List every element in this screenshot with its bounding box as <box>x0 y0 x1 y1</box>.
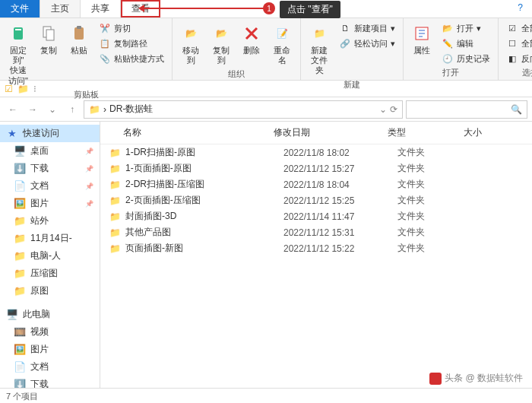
nav-up-button[interactable]: ↑ <box>64 101 81 118</box>
sidebar-item[interactable]: 🖼️图片 <box>0 195 100 212</box>
sidebar-item[interactable]: 📄文档 <box>0 358 100 376</box>
open-button[interactable]: 📂打开 ▾ <box>439 21 493 35</box>
sidebar-quick-access[interactable]: ★快速访问 <box>0 125 100 142</box>
search-icon: 🔍 <box>511 104 522 115</box>
star-icon: ★ <box>6 128 18 139</box>
col-name[interactable]: 名称 <box>100 125 268 141</box>
new-folder-button[interactable]: 📁新建 文件夹 <box>306 21 333 78</box>
item-icon: 🖥️ <box>14 145 26 157</box>
folder-icon: 📁 <box>109 243 121 254</box>
folder-icon: 📁 <box>89 104 100 115</box>
history-button[interactable]: 🕘历史记录 <box>439 52 493 65</box>
search-input[interactable]: 🔍 <box>406 100 527 119</box>
invert-selection-button[interactable]: ◧反向选择 <box>503 52 532 65</box>
pin-label: 固定到" 快速访问" <box>8 46 29 86</box>
sidebar-item[interactable]: 📁站外 <box>0 212 100 230</box>
nav-forward-button[interactable]: → <box>24 101 41 118</box>
item-icon: ⬇️ <box>14 379 26 388</box>
select-all-button[interactable]: ☑全部选择 <box>503 21 532 35</box>
sidebar-item[interactable]: 📁压缩图 <box>0 265 100 282</box>
properties-button[interactable]: 属性 <box>408 21 435 57</box>
paste-button[interactable]: 粘贴 <box>65 21 93 57</box>
file-list: 名称 修改日期 类型 大小 📁1-DR扫描图-原图2022/11/8 18:02… <box>100 122 532 388</box>
svg-rect-5 <box>77 26 81 29</box>
sidebar-item[interactable]: 🖥️桌面 <box>0 142 100 160</box>
address-bar[interactable]: 📁 › DR-数据蛙 ⌄ ⟳ <box>84 100 403 119</box>
newitem-icon: 🗋 <box>339 22 351 34</box>
sidebar-item[interactable]: 📄文档 <box>0 177 100 195</box>
copy-path-button[interactable]: 📋复制路径 <box>96 36 167 50</box>
watermark: 头条 @ 数据蛙软件 <box>429 372 523 385</box>
easy-access-button[interactable]: 🔗轻松访问 ▾ <box>336 36 398 50</box>
copyto-button[interactable]: 📂复制到 <box>207 21 235 67</box>
item-icon: 🖼️ <box>14 344 26 355</box>
refresh-button[interactable]: ⟳ <box>390 104 397 115</box>
item-icon: ⬇️ <box>14 163 26 174</box>
item-icon: 📁 <box>14 250 26 262</box>
cut-button[interactable]: ✂️剪切 <box>96 21 167 35</box>
address-bar-row: ← → ⌄ ↑ 📁 › DR-数据蛙 ⌄ ⟳ 🔍 <box>0 97 532 122</box>
select-none-button[interactable]: ☐全部取消 <box>503 36 532 50</box>
sidebar: ★快速访问 🖥️桌面⬇️下载📄文档🖼️图片📁站外📁11月14日-📁电脑-人📁压缩… <box>0 122 100 388</box>
tab-file[interactable]: 文件 <box>0 0 40 17</box>
item-icon: 📄 <box>14 180 26 192</box>
col-date[interactable]: 修改日期 <box>268 125 382 141</box>
help-icon[interactable]: ? <box>508 0 532 17</box>
sidebar-this-pc[interactable]: 🖥️此电脑 <box>0 306 100 323</box>
delete-button[interactable]: 删除 <box>238 21 265 57</box>
new-group-label: 新建 <box>306 78 398 92</box>
table-row[interactable]: 📁封面插图-3D2022/11/14 11:47文件夹 <box>100 208 532 224</box>
pin-icon <box>8 23 29 44</box>
tab-home[interactable]: 主页 <box>40 0 81 17</box>
table-row[interactable]: 📁2-DR扫描图-压缩图2022/11/8 18:04文件夹 <box>100 176 532 192</box>
breadcrumb-path[interactable]: DR-数据蛙 <box>109 103 153 116</box>
ribbon: 固定到" 快速访问" 复制 粘贴 ✂️剪切 📋复制路径 📎粘贴快捷方式 剪贴板 … <box>0 18 532 81</box>
organize-group-label: 组织 <box>177 67 296 81</box>
table-row[interactable]: 📁2-页面插图-压缩图2022/11/12 15:25文件夹 <box>100 192 532 208</box>
table-row[interactable]: 📁1-页面插图-原图2022/11/12 15:27文件夹 <box>100 160 532 176</box>
sidebar-item[interactable]: 🎞️视频 <box>0 323 100 341</box>
folder-icon: 📁 <box>109 148 121 158</box>
annotation-badge: 1 <box>263 2 275 14</box>
item-icon: 🎞️ <box>14 326 26 338</box>
select-group-label: 选择 <box>503 65 532 80</box>
edit-icon: ✏️ <box>442 37 454 49</box>
folder-icon[interactable]: 📁 <box>17 84 29 94</box>
invert-icon: ◧ <box>506 52 518 65</box>
history-icon: 🕘 <box>442 52 454 65</box>
folder-icon: 📁 <box>109 163 121 174</box>
sidebar-item[interactable]: ⬇️下载 <box>0 376 100 388</box>
new-item-button[interactable]: 🗋新建项目 ▾ <box>336 21 398 35</box>
copy-button[interactable]: 复制 <box>35 21 62 57</box>
sidebar-item[interactable]: 📁原图 <box>0 282 100 300</box>
breadcrumb-segment[interactable]: › <box>103 104 106 115</box>
checkbox-icon[interactable]: ☑ <box>5 84 13 94</box>
paste-shortcut-button[interactable]: 📎粘贴快捷方式 <box>96 52 167 65</box>
folder-icon: 📁 <box>109 211 121 222</box>
moveto-button[interactable]: 📂移动到 <box>177 21 204 67</box>
nav-recent-button[interactable]: ⌄ <box>44 101 61 118</box>
sidebar-item[interactable]: 📁11月14日- <box>0 230 100 247</box>
nav-back-button[interactable]: ← <box>5 101 21 118</box>
tab-share[interactable]: 共享 <box>81 0 121 17</box>
ribbon-group-new: 📁新建 文件夹 🗋新建项目 ▾ 🔗轻松访问 ▾ 新建 <box>301 18 404 80</box>
cut-icon: ✂️ <box>99 22 111 34</box>
addr-dropdown[interactable]: ⌄ <box>379 104 387 115</box>
sidebar-item[interactable]: 🖼️图片 <box>0 341 100 358</box>
easyaccess-icon: 🔗 <box>339 37 351 49</box>
edit-button[interactable]: ✏️编辑 <box>439 36 493 50</box>
col-size[interactable]: 大小 <box>458 125 532 141</box>
main-area: ★快速访问 🖥️桌面⬇️下载📄文档🖼️图片📁站外📁11月14日-📁电脑-人📁压缩… <box>0 122 532 388</box>
table-row[interactable]: 📁1-DR扫描图-原图2022/11/8 18:02文件夹 <box>100 144 532 160</box>
sidebar-item[interactable]: 📁电脑-人 <box>0 247 100 265</box>
qat-overflow[interactable]: ⁝ <box>33 84 36 94</box>
selectall-icon: ☑ <box>506 22 518 34</box>
sidebar-item[interactable]: ⬇️下载 <box>0 160 100 177</box>
copypath-icon: 📋 <box>99 37 111 49</box>
col-type[interactable]: 类型 <box>382 125 458 141</box>
watermark-logo-icon <box>429 373 442 385</box>
table-row[interactable]: 📁其他产品图2022/11/12 15:31文件夹 <box>100 224 532 240</box>
pin-quick-access-button[interactable]: 固定到" 快速访问" <box>5 21 32 87</box>
table-row[interactable]: 📁页面插图-新图2022/11/12 15:22文件夹 <box>100 240 532 256</box>
rename-button[interactable]: 📝重命名 <box>268 21 296 67</box>
